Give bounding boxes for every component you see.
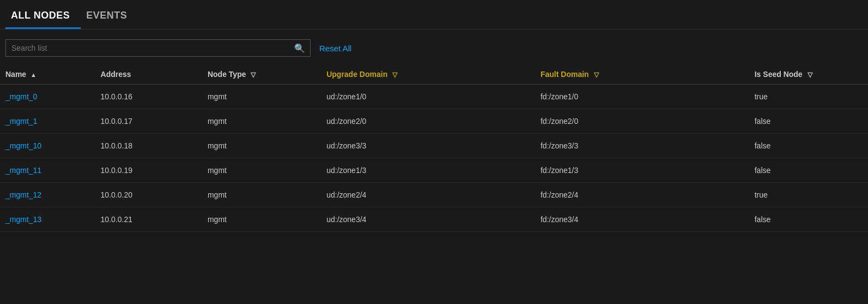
table-body: _mgmt_010.0.0.16mgmtud:/zone1/0fd:/zone1… — [0, 85, 868, 232]
cell-address: 10.0.0.20 — [95, 183, 202, 207]
sort-asc-icon: ▲ — [31, 71, 37, 78]
cell-is-seed-node: true — [749, 183, 868, 207]
cell-name[interactable]: _mgmt_12 — [0, 183, 95, 207]
cell-name[interactable]: _mgmt_0 — [0, 85, 95, 109]
cell-address: 10.0.0.18 — [95, 134, 202, 158]
tab-all-nodes[interactable]: ALL NODES — [5, 0, 81, 29]
table-row[interactable]: _mgmt_1010.0.0.18mgmtud:/zone3/3fd:/zone… — [0, 134, 868, 158]
col-header-name[interactable]: Name ▲ — [0, 64, 95, 85]
cell-upgrade-domain: ud:/zone2/4 — [321, 183, 535, 207]
table-row[interactable]: _mgmt_1210.0.0.20mgmtud:/zone2/4fd:/zone… — [0, 183, 868, 207]
cell-is-seed-node: false — [749, 134, 868, 158]
cell-name[interactable]: _mgmt_10 — [0, 134, 95, 158]
table-header-row: Name ▲ Address Node Type ▽ Upgrade Domai… — [0, 64, 868, 85]
cell-node-type: mgmt — [202, 207, 321, 232]
cell-upgrade-domain: ud:/zone1/3 — [321, 158, 535, 183]
cell-fault-domain: fd:/zone1/3 — [535, 158, 749, 183]
cell-upgrade-domain: ud:/zone1/0 — [321, 85, 535, 109]
filter-nodetype-icon[interactable]: ▽ — [251, 71, 256, 79]
search-input[interactable] — [5, 39, 311, 57]
cell-address: 10.0.0.17 — [95, 109, 202, 134]
cell-fault-domain: fd:/zone1/0 — [535, 85, 749, 109]
col-header-address[interactable]: Address — [95, 64, 202, 85]
cell-node-type: mgmt — [202, 109, 321, 134]
cell-is-seed-node: false — [749, 158, 868, 183]
cell-fault-domain: fd:/zone3/4 — [535, 207, 749, 232]
reset-all-button[interactable]: Reset All — [319, 44, 351, 53]
cell-node-type: mgmt — [202, 158, 321, 183]
cell-name[interactable]: _mgmt_11 — [0, 158, 95, 183]
cell-address: 10.0.0.16 — [95, 85, 202, 109]
cell-name[interactable]: _mgmt_13 — [0, 207, 95, 232]
search-area: 🔍 Reset All — [0, 29, 868, 64]
cell-node-type: mgmt — [202, 183, 321, 207]
tabs-bar: ALL NODES EVENTS — [0, 0, 868, 29]
cell-address: 10.0.0.21 — [95, 207, 202, 232]
cell-name[interactable]: _mgmt_1 — [0, 109, 95, 134]
tab-events[interactable]: EVENTS — [81, 0, 138, 29]
col-header-fault-domain[interactable]: Fault Domain ▽ — [535, 64, 749, 85]
cell-upgrade-domain: ud:/zone3/4 — [321, 207, 535, 232]
search-wrapper: 🔍 — [5, 39, 311, 57]
col-header-node-type[interactable]: Node Type ▽ — [202, 64, 321, 85]
filter-fault-icon[interactable]: ▽ — [594, 71, 599, 79]
cell-fault-domain: fd:/zone2/0 — [535, 109, 749, 134]
col-header-upgrade-domain[interactable]: Upgrade Domain ▽ — [321, 64, 535, 85]
table-row[interactable]: _mgmt_1310.0.0.21mgmtud:/zone3/4fd:/zone… — [0, 207, 868, 232]
filter-upgrade-icon[interactable]: ▽ — [392, 71, 397, 79]
filter-seed-icon[interactable]: ▽ — [808, 71, 812, 79]
cell-node-type: mgmt — [202, 85, 321, 109]
cell-is-seed-node: false — [749, 207, 868, 232]
col-header-is-seed-node[interactable]: Is Seed Node ▽ — [749, 64, 868, 85]
table-wrapper: Name ▲ Address Node Type ▽ Upgrade Domai… — [0, 64, 868, 232]
cell-is-seed-node: true — [749, 85, 868, 109]
cell-fault-domain: fd:/zone3/3 — [535, 134, 749, 158]
cell-address: 10.0.0.19 — [95, 158, 202, 183]
table-row[interactable]: _mgmt_1110.0.0.19mgmtud:/zone1/3fd:/zone… — [0, 158, 868, 183]
cell-upgrade-domain: ud:/zone3/3 — [321, 134, 535, 158]
nodes-table: Name ▲ Address Node Type ▽ Upgrade Domai… — [0, 64, 868, 232]
cell-fault-domain: fd:/zone2/4 — [535, 183, 749, 207]
cell-node-type: mgmt — [202, 134, 321, 158]
table-row[interactable]: _mgmt_110.0.0.17mgmtud:/zone2/0fd:/zone2… — [0, 109, 868, 134]
cell-is-seed-node: false — [749, 109, 868, 134]
cell-upgrade-domain: ud:/zone2/0 — [321, 109, 535, 134]
table-row[interactable]: _mgmt_010.0.0.16mgmtud:/zone1/0fd:/zone1… — [0, 85, 868, 109]
